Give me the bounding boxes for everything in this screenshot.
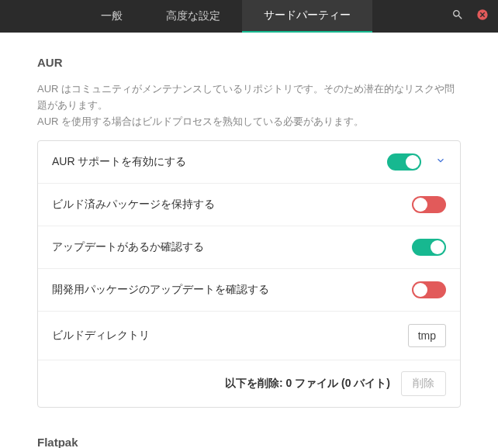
row-enable-aur: AUR サポートを有効にする (38, 141, 460, 184)
tab-general-label: 一般 (101, 9, 123, 23)
toggle-check-dev-updates[interactable] (412, 281, 446, 298)
aur-desc-line1: AUR はコミュニティがメンテナンスしているリポジトリです。そのため潜在的なリス… (37, 83, 455, 111)
toggle-enable-aur[interactable] (387, 153, 421, 171)
close-icon[interactable] (476, 9, 489, 24)
row-build-dir: ビルドディレクトリ tmp (38, 312, 460, 360)
toggle-keep-pkgs[interactable] (412, 196, 446, 213)
row-keep-pkgs: ビルド済みパッケージを保持する (38, 184, 460, 226)
aur-panel: AUR サポートを有効にする ビルド済みパッケージを保持する アップデートがある… (37, 140, 461, 408)
chevron-down-icon[interactable] (435, 155, 446, 169)
label-build-dir: ビルドディレクトリ (52, 329, 408, 343)
tab-advanced-label: 高度な設定 (166, 9, 220, 23)
tab-thirdparty-label: サードパーティー (264, 9, 351, 22)
tabs: 一般 高度な設定 サードパーティー (0, 0, 451, 33)
aur-title: AUR (37, 56, 461, 69)
titlebar-actions (451, 0, 498, 33)
row-delete: 以下を削除: 0 ファイル (0 バイト) 削除 (38, 360, 460, 407)
aur-desc-line2: AUR を使用する場合はビルドプロセスを熟知している必要があります。 (37, 115, 364, 127)
aur-desc: AUR はコミュニティがメンテナンスしているリポジトリです。そのため潜在的なリス… (37, 81, 461, 129)
label-keep-pkgs: ビルド済みパッケージを保持する (52, 198, 412, 212)
label-check-updates: アップデートがあるか確認する (52, 240, 412, 254)
flatpak-section: Flatpak Flatpakパッケージはパブリッシャーによって管理されています… (37, 436, 461, 448)
tab-general[interactable]: 一般 (79, 0, 144, 33)
label-check-dev-updates: 開発用パッケージのアップデートを確認する (52, 283, 412, 297)
delete-info-text: 以下を削除: 0 ファイル (0 バイト) (225, 377, 390, 391)
row-check-dev-updates: 開発用パッケージのアップデートを確認する (38, 269, 460, 312)
row-check-updates: アップデートがあるか確認する (38, 226, 460, 269)
flatpak-title: Flatpak (37, 436, 461, 448)
build-dir-button[interactable]: tmp (408, 324, 446, 347)
tab-advanced[interactable]: 高度な設定 (144, 0, 242, 33)
tab-thirdparty[interactable]: サードパーティー (242, 0, 372, 33)
search-icon[interactable] (451, 9, 464, 24)
aur-section: AUR AUR はコミュニティがメンテナンスしているリポジトリです。そのため潜在… (37, 56, 461, 408)
content: AUR AUR はコミュニティがメンテナンスしているリポジトリです。そのため潜在… (0, 33, 498, 448)
titlebar: 一般 高度な設定 サードパーティー (0, 0, 498, 33)
delete-button[interactable]: 削除 (401, 371, 446, 396)
label-enable-aur: AUR サポートを有効にする (52, 155, 387, 169)
toggle-check-updates[interactable] (412, 239, 446, 256)
